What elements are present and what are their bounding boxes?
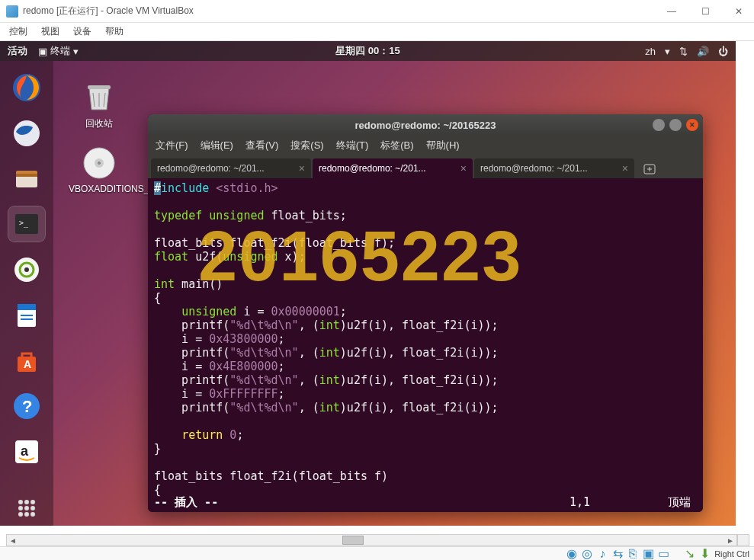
scroll-left-arrow[interactable]: ◄	[7, 535, 19, 546]
hostkey-label: Right Ctrl	[714, 549, 749, 558]
horizontal-scrollbar[interactable]: ◄ ►	[6, 534, 737, 546]
mouse-integration-icon[interactable]: ↘	[684, 549, 695, 559]
desktop-trash-label: 回收站	[69, 117, 130, 130]
chevron-down-icon: ▾	[73, 46, 79, 57]
svg-point-32	[98, 162, 101, 165]
terminal-tabs: redomo@redomo: ~/201...× redomo@redomo: …	[148, 155, 703, 178]
hdd-icon[interactable]: ◉	[566, 549, 577, 559]
launcher-writer[interactable]	[8, 298, 45, 333]
terminal-titlebar[interactable]: redomo@redomo: ~/20165223 ✕	[148, 114, 703, 136]
launcher-help[interactable]: ?	[8, 389, 45, 424]
vbox-window-title: redomo [正在运行] - Oracle VM VirtualBox	[23, 5, 663, 18]
optical-icon[interactable]: ◎	[582, 549, 592, 559]
display-icon[interactable]: ▭	[658, 549, 669, 559]
activities-button[interactable]: 活动	[8, 44, 27, 58]
svg-point-24	[24, 506, 29, 510]
audio-icon[interactable]: ♪	[597, 549, 608, 559]
svg-rect-11	[18, 304, 36, 310]
svg-text:a: a	[21, 443, 29, 459]
svg-point-23	[18, 506, 23, 510]
term-menu-file[interactable]: 文件(F)	[156, 139, 188, 152]
term-menu-edit[interactable]: 编辑(E)	[201, 139, 233, 152]
terminal-tab-1[interactable]: redomo@redomo: ~/201...×	[151, 158, 311, 178]
terminal-minimize-button[interactable]	[653, 119, 665, 131]
vim-scroll-pct: 顶端	[668, 495, 691, 509]
launcher-rhythmbox[interactable]	[8, 252, 45, 287]
terminal-menubar: 文件(F) 编辑(E) 查看(V) 搜索(S) 终端(T) 标签(B) 帮助(H…	[148, 136, 703, 155]
vbox-menu-devices[interactable]: 设备	[73, 25, 91, 38]
svg-point-26	[18, 512, 23, 517]
close-icon[interactable]: ×	[622, 162, 628, 174]
term-menu-view[interactable]: 查看(V)	[245, 139, 278, 152]
topbar-app[interactable]: ▣ 终端 ▾	[38, 44, 79, 58]
launcher-firefox[interactable]	[8, 70, 45, 105]
desktop-trash[interactable]: 回收站	[69, 79, 130, 130]
scroll-thumb[interactable]	[342, 536, 364, 545]
network-icon[interactable]: ⇅	[679, 46, 688, 57]
vbox-menu-control[interactable]: 控制	[9, 25, 27, 38]
desktop-vboxadditions-label: VBOXADDITIONS_4.3.12_93...	[69, 184, 130, 194]
close-icon[interactable]: ×	[299, 162, 305, 174]
svg-point-9	[24, 267, 29, 272]
desktop-icons: 回收站 VBOXADDITIONS_4.3.12_93...	[69, 79, 130, 210]
topbar-clock[interactable]: 星期四 00：15	[335, 44, 400, 58]
terminal-close-button[interactable]: ✕	[686, 119, 698, 131]
svg-rect-3	[16, 175, 37, 187]
svg-rect-4	[16, 174, 37, 177]
terminal-title: redomo@redomo: ~/20165223	[355, 120, 496, 131]
vbox-app-icon	[6, 5, 18, 18]
chevron-down-icon: ▾	[665, 46, 670, 57]
ubuntu-desktop: 活动 ▣ 终端 ▾ 星期四 00：15 zh ▾ ⇅ 🔊 ⏻ >_ A ? a	[0, 41, 736, 526]
terminal-tab-3[interactable]: redomo@redomo: ~/201...×	[474, 158, 634, 178]
ubuntu-topbar: 活动 ▣ 终端 ▾ 星期四 00：15 zh ▾ ⇅ 🔊 ⏻	[0, 41, 736, 61]
terminal-window: redomo@redomo: ~/20165223 ✕ 文件(F) 编辑(E) …	[148, 114, 703, 512]
power-icon[interactable]: ⏻	[718, 46, 728, 57]
vbox-menu-view[interactable]: 视图	[41, 25, 59, 38]
scroll-corner	[737, 534, 749, 546]
term-menu-terminal[interactable]: 终端(T)	[336, 139, 369, 152]
minimize-button[interactable]: ―	[663, 2, 681, 21]
launcher-files[interactable]	[8, 162, 45, 197]
usb-icon[interactable]: ⎘	[627, 549, 638, 559]
terminal-tab-2[interactable]: redomo@redomo: ~/201...×	[313, 158, 473, 178]
close-button[interactable]: ✕	[730, 2, 748, 21]
shared-folder-icon[interactable]: ▣	[643, 549, 653, 559]
term-menu-search[interactable]: 搜索(S)	[290, 139, 323, 152]
volume-icon[interactable]: 🔊	[697, 46, 709, 57]
topbar-app-label: 终端	[50, 44, 70, 58]
launcher-thunderbird[interactable]	[8, 116, 45, 151]
svg-point-25	[30, 506, 35, 510]
svg-point-22	[30, 500, 35, 504]
vbox-menu-help[interactable]: 帮助	[105, 25, 124, 38]
vim-status-line: -- 插入 -- 1,1 顶端	[154, 495, 697, 509]
terminal-maximize-button[interactable]	[669, 119, 682, 131]
terminal-body[interactable]: #include <stdio.h> typedef unsigned floa…	[148, 178, 703, 512]
launcher-terminal[interactable]: >_	[8, 206, 45, 242]
launcher-dock: >_ A ? a	[0, 61, 53, 526]
vim-cursor-pos: 1,1	[570, 495, 590, 509]
svg-point-28	[30, 512, 35, 517]
desktop-vboxadditions[interactable]: VBOXADDITIONS_4.3.12_93...	[69, 146, 130, 194]
new-tab-button[interactable]	[639, 160, 660, 178]
vbox-statusbar: ◉ ◎ ♪ ⇆ ⎘ ▣ ▭ ↘ ⬇ Right Ctrl	[0, 546, 754, 560]
topbar-lang[interactable]: zh	[645, 46, 656, 57]
svg-point-21	[24, 500, 29, 504]
launcher-software[interactable]: A	[8, 344, 45, 379]
network-icon[interactable]: ⇆	[612, 549, 623, 559]
vbox-menubar: 控制 视图 设备 帮助	[0, 23, 754, 41]
scroll-right-arrow[interactable]: ►	[724, 535, 736, 546]
vim-mode: -- 插入 --	[154, 495, 218, 509]
keyboard-icon[interactable]: ⬇	[699, 549, 710, 559]
svg-text:A: A	[24, 358, 31, 370]
svg-point-20	[18, 500, 23, 504]
terminal-small-icon: ▣	[38, 46, 47, 57]
vbox-titlebar: redomo [正在运行] - Oracle VM VirtualBox ― ☐…	[0, 0, 754, 23]
term-menu-tabs[interactable]: 标签(B)	[380, 139, 413, 152]
maximize-button[interactable]: ☐	[696, 2, 714, 21]
svg-rect-29	[88, 85, 111, 89]
svg-point-27	[24, 512, 29, 517]
close-icon[interactable]: ×	[460, 162, 467, 174]
term-menu-help[interactable]: 帮助(H)	[426, 139, 460, 152]
launcher-amazon[interactable]: a	[8, 434, 45, 469]
launcher-show-apps[interactable]	[8, 491, 45, 526]
